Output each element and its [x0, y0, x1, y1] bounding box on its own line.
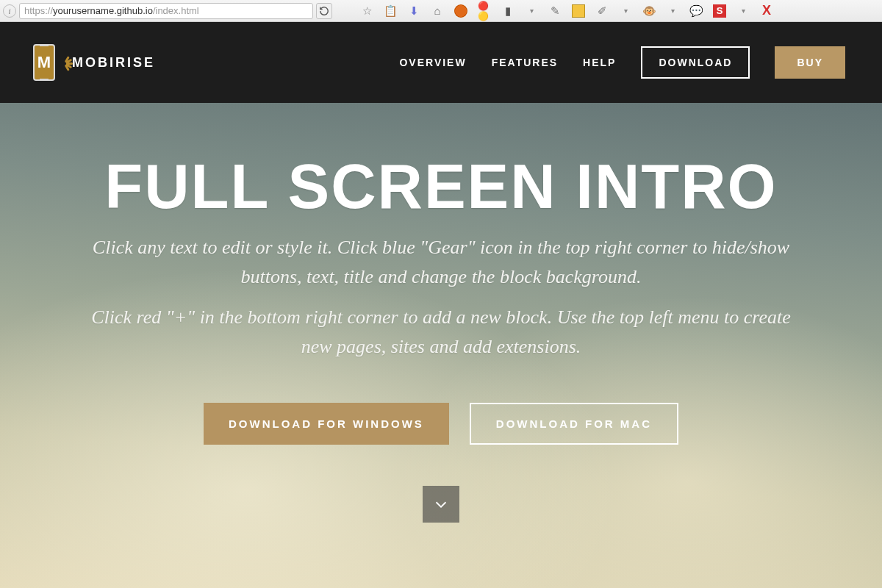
- home-icon[interactable]: ⌂: [431, 4, 444, 18]
- hero-title[interactable]: FULL SCREEN INTRO: [104, 151, 778, 223]
- download-windows-button[interactable]: DOWNLOAD FOR WINDOWS: [204, 403, 449, 445]
- dropdown-icon[interactable]: ▾: [666, 4, 679, 18]
- scroll-down-button[interactable]: [423, 486, 459, 523]
- brand[interactable]: M MOBIRISE: [29, 43, 155, 82]
- browser-extension-icons: ☆ 📋 ⬇ ⌂ 🔴🟡 ▮ ▾ ✎ ✐ ▾ 🐵 ▾ 💬 S ▾ X: [360, 4, 773, 18]
- dropdown-icon[interactable]: ▾: [525, 4, 538, 18]
- chevron-down-icon: [433, 496, 449, 512]
- main-nav: OVERVIEW FEATURES HELP DOWNLOAD BUY: [399, 46, 845, 79]
- site-header: M MOBIRISE OVERVIEW FEATURES HELP DOWNLO…: [0, 22, 882, 103]
- nav-overview[interactable]: OVERVIEW: [399, 57, 466, 68]
- brand-name: MOBIRISE: [72, 55, 155, 71]
- address-bar[interactable]: https://yourusername.github.io/index.htm…: [19, 3, 313, 19]
- color-dots-icon[interactable]: 🔴🟡: [478, 4, 491, 18]
- hero-section: FULL SCREEN INTRO Click any text to edit…: [0, 103, 882, 588]
- clipboard-icon[interactable]: 📋: [384, 4, 397, 18]
- site-info-icon[interactable]: i: [3, 4, 16, 18]
- duckduckgo-icon[interactable]: [454, 4, 467, 18]
- refresh-button[interactable]: [316, 3, 332, 19]
- nav-features[interactable]: FEATURES: [492, 57, 558, 68]
- x-extension-icon[interactable]: X: [760, 4, 773, 18]
- url-host: yourusername.github.io: [53, 5, 153, 16]
- bookmark-icon[interactable]: ☆: [360, 4, 373, 18]
- buy-button[interactable]: BUY: [775, 46, 845, 79]
- url-prefix: https://: [24, 5, 53, 16]
- eyedropper-icon[interactable]: ✐: [595, 4, 609, 18]
- url-path: /index.html: [153, 5, 199, 16]
- hero-subtitle-2[interactable]: Click red "+" in the bottom right corner…: [88, 303, 794, 362]
- wand-icon[interactable]: ✎: [548, 4, 562, 18]
- dropdown-icon[interactable]: ▾: [736, 4, 750, 18]
- logo-letter: M: [37, 53, 51, 72]
- battery-icon[interactable]: ▮: [501, 4, 514, 18]
- highlight-icon[interactable]: [572, 4, 585, 18]
- hero-buttons: DOWNLOAD FOR WINDOWS DOWNLOAD FOR MAC: [204, 403, 678, 445]
- dropdown-icon[interactable]: ▾: [619, 4, 632, 18]
- nav-help[interactable]: HELP: [583, 57, 616, 68]
- s-extension-icon[interactable]: S: [713, 4, 726, 18]
- download-mac-button[interactable]: DOWNLOAD FOR MAC: [470, 403, 678, 445]
- browser-toolbar: i https://yourusername.github.io/index.h…: [0, 0, 882, 22]
- tampermonkey-icon[interactable]: 🐵: [642, 4, 656, 18]
- logo-icon: M: [29, 43, 59, 82]
- chat-icon[interactable]: 💬: [689, 4, 703, 18]
- hero-subtitle-1[interactable]: Click any text to edit or style it. Clic…: [88, 233, 794, 293]
- download-button[interactable]: DOWNLOAD: [641, 46, 750, 79]
- download-arrow-icon[interactable]: ⬇: [407, 4, 420, 18]
